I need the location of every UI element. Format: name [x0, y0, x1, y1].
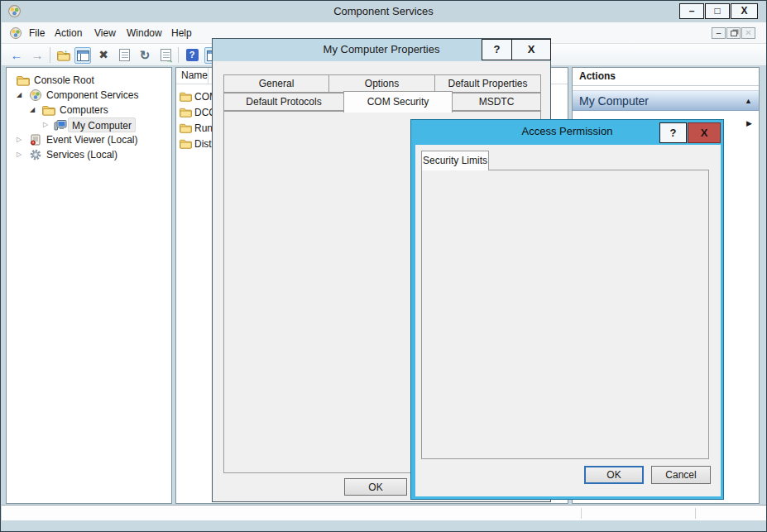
window-title: Component Services: [1, 5, 766, 17]
mdi-minimize-icon: –: [717, 28, 721, 37]
delete-icon: ✖: [98, 48, 108, 61]
forward-button[interactable]: →: [29, 47, 46, 64]
help-button[interactable]: ?: [184, 47, 200, 64]
expander-open-icon[interactable]: ◢: [30, 103, 35, 117]
minimize-button[interactable]: –: [679, 3, 704, 19]
menu-window[interactable]: Window: [125, 27, 164, 39]
tab-general[interactable]: General: [223, 74, 329, 93]
properties-button[interactable]: [116, 47, 132, 64]
folder-icon: [180, 122, 192, 134]
folder-icon: [180, 106, 192, 118]
list-item-label: Run: [194, 121, 213, 137]
actions-header: Actions: [573, 68, 759, 86]
menu-file[interactable]: File: [27, 27, 46, 39]
access-permission-dialog: Access Permission ? X Security Limits Gr…: [410, 119, 724, 500]
access-ok-button[interactable]: OK: [584, 466, 644, 484]
component-services-window: Component Services – □ X File Action Vie…: [0, 0, 767, 532]
properties-icon: [119, 49, 130, 61]
properties-close-button[interactable]: X: [511, 39, 551, 60]
more-actions-arrow-icon[interactable]: ▶: [746, 119, 752, 127]
export-list-button[interactable]: →: [157, 47, 174, 64]
expander-open-icon[interactable]: ◢: [17, 88, 22, 103]
status-divider: [581, 508, 582, 519]
refresh-icon: ↻: [140, 48, 151, 62]
computer-icon: [54, 118, 67, 132]
minimize-icon: –: [689, 5, 695, 17]
tree-label: Computers: [60, 103, 108, 117]
access-dialog-title: Access Permission: [522, 125, 613, 137]
close-button[interactable]: X: [731, 3, 758, 19]
console-icon: [9, 26, 22, 40]
help-icon: ?: [494, 43, 501, 55]
tab-msdtc[interactable]: MSDTC: [452, 93, 541, 111]
forward-icon: →: [31, 48, 44, 62]
menu-view[interactable]: View: [93, 27, 117, 39]
component-services-icon: [29, 89, 42, 102]
console-tree-icon: [77, 50, 89, 61]
mdi-close-icon: ✕: [745, 28, 751, 37]
folder-icon: [42, 103, 55, 117]
tab-default-protocols[interactable]: Default Protocols: [223, 93, 344, 111]
console-tree-panel: Console Root ◢ Component Services ◢ Comp…: [6, 67, 172, 504]
access-close-button[interactable]: X: [688, 122, 721, 143]
tab-options[interactable]: Options: [328, 74, 435, 93]
tab-security-limits[interactable]: Security Limits: [421, 151, 489, 170]
window-titlebar: Component Services – □ X: [1, 1, 766, 22]
security-limits-panel: [421, 170, 709, 459]
expander-closed-icon[interactable]: ▷: [17, 147, 22, 162]
toolbar-separator: [178, 47, 179, 63]
close-icon: X: [741, 5, 747, 17]
mdi-restore-icon: [731, 31, 737, 36]
show-console-tree-button[interactable]: [74, 47, 91, 64]
close-icon: X: [701, 127, 708, 139]
delete-button[interactable]: ✖: [95, 47, 112, 64]
menu-action[interactable]: Action: [53, 27, 84, 39]
export-arrow-icon: →: [165, 52, 174, 68]
tree-label: Component Services: [46, 88, 138, 103]
mdi-minimize-button[interactable]: –: [712, 27, 726, 39]
event-viewer-icon: [29, 133, 42, 146]
status-divider: [695, 508, 696, 519]
close-icon: X: [528, 43, 535, 55]
up-arrow-icon: ↑: [64, 45, 68, 60]
tree-label: Services (Local): [46, 147, 117, 162]
mdi-restore-button[interactable]: [726, 27, 741, 39]
column-divider[interactable]: [208, 68, 209, 84]
properties-help-button[interactable]: ?: [482, 39, 512, 60]
tree-label-selected: My Computer: [68, 117, 136, 132]
properties-dialog-title: My Computer Properties: [324, 43, 440, 55]
back-icon: ←: [11, 48, 23, 62]
tab-default-properties[interactable]: Default Properties: [434, 74, 541, 93]
collapse-icon[interactable]: ▲: [745, 91, 752, 111]
column-header-name[interactable]: Name: [176, 69, 208, 81]
folder-icon: [180, 137, 192, 150]
help-icon: ?: [670, 127, 677, 139]
back-button[interactable]: ←: [8, 47, 25, 64]
access-cancel-button[interactable]: Cancel: [651, 466, 711, 484]
toolbar-separator: [50, 47, 50, 63]
folder-icon: [17, 74, 30, 87]
tree-label: Event Viewer (Local): [46, 132, 138, 147]
mdi-close-button[interactable]: ✕: [741, 27, 755, 39]
help-icon: ?: [186, 49, 199, 61]
services-gear-icon: [29, 148, 42, 161]
menu-help[interactable]: Help: [170, 27, 194, 39]
list-item-label: Dist: [194, 137, 212, 152]
tree-label: Console Root: [34, 73, 94, 88]
expander-closed-icon[interactable]: ▷: [17, 132, 22, 147]
actions-section-label: My Computer: [579, 94, 649, 108]
up-one-level-button[interactable]: ↑: [55, 47, 72, 64]
refresh-button[interactable]: ↻: [137, 47, 153, 64]
access-help-button[interactable]: ?: [659, 122, 687, 143]
properties-ok-button[interactable]: OK: [344, 478, 407, 496]
status-bar: [2, 505, 767, 520]
expander-closed-icon[interactable]: ▷: [43, 117, 48, 132]
tab-com-security[interactable]: COM Security: [343, 91, 453, 113]
folder-icon: [180, 90, 192, 103]
maximize-button[interactable]: □: [705, 3, 730, 19]
actions-section-my-computer[interactable]: My Computer ▲: [573, 90, 759, 111]
maximize-icon: □: [714, 5, 720, 17]
